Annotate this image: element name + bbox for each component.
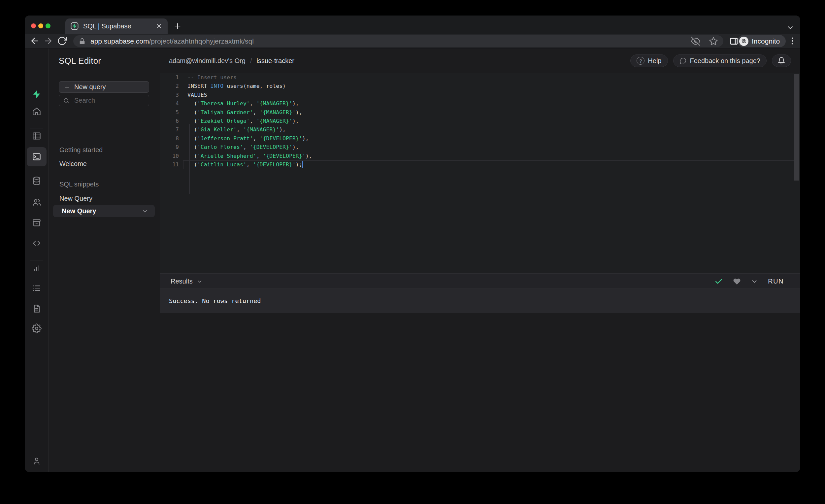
browser-toolbar: app.supabase.com/project/azahtnhqohyjerz… <box>25 34 800 49</box>
nav-account-icon[interactable] <box>32 456 42 466</box>
forward-icon[interactable] <box>43 36 53 46</box>
nav-table-editor-icon[interactable] <box>32 131 42 141</box>
active-snippet-item[interactable]: New Query <box>53 205 155 217</box>
back-icon[interactable] <box>30 36 40 46</box>
help-button[interactable]: ? Help <box>630 55 668 67</box>
breadcrumb-separator: / <box>250 57 252 65</box>
header-actions: ? Help Feedback on this page? <box>630 55 791 67</box>
close-icon[interactable] <box>156 23 162 29</box>
code-line-6: 6 ('Ezekiel Ortega', '{MANAGER}'), <box>160 117 800 126</box>
chevron-down-icon <box>197 279 203 285</box>
code-line-9: 9 ('Carlo Flores', '{DEVELOPER}'), <box>160 143 800 151</box>
menu-dots-icon[interactable] <box>788 36 797 46</box>
results-actions: RUN <box>715 274 784 289</box>
content-header: adam@windmill.dev's Org / issue-tracker … <box>160 49 800 73</box>
code-line-4: 4 ('Theresa Hurley', '{MANAGER}'), <box>160 99 800 108</box>
supabase-logo-icon[interactable] <box>32 89 42 99</box>
feedback-button[interactable]: Feedback on this page? <box>673 55 767 67</box>
results-output: Success. No rows returned <box>160 289 800 313</box>
reload-icon[interactable] <box>57 36 67 46</box>
new-tab-plus-icon[interactable] <box>173 22 182 30</box>
code-line-10: 10 ('Arielle Shepherd', '{DEVELOPER}'), <box>160 152 800 160</box>
help-label: Help <box>648 57 661 65</box>
supabase-app: SQL Editor New query Search Getting star… <box>25 49 800 472</box>
chevron-down-icon[interactable] <box>142 208 148 215</box>
run-button[interactable]: RUN <box>768 278 784 285</box>
browser-tab[interactable]: SQL | Supabase <box>65 18 168 34</box>
code-lines: 1-- Insert users2INSERT INTO users(name,… <box>160 73 800 169</box>
breadcrumb-org[interactable]: adam@windmill.dev's Org <box>169 57 245 65</box>
nav-auth-icon[interactable] <box>32 197 42 207</box>
nav-reports-icon[interactable] <box>32 263 42 273</box>
traffic-minimize-button[interactable] <box>38 23 43 28</box>
nav-logs-icon[interactable] <box>32 283 42 293</box>
notifications-button[interactable] <box>772 55 791 67</box>
traffic-close-button[interactable] <box>31 23 36 28</box>
panel-item-new-query[interactable]: New Query <box>59 195 92 202</box>
lock-icon[interactable] <box>79 38 86 45</box>
breadcrumb: adam@windmill.dev's Org / issue-tracker <box>169 49 294 73</box>
star-icon[interactable] <box>709 37 718 46</box>
active-snippet-label: New Query <box>62 207 142 215</box>
results-empty-area <box>160 313 800 472</box>
code-line-5: 5 ('Taliyah Gardner', '{MANAGER}'), <box>160 108 800 117</box>
nav-rail <box>25 49 49 472</box>
nav-database-icon[interactable] <box>32 176 42 186</box>
nav-edge-functions-icon[interactable] <box>32 238 42 248</box>
editor-scrollbar-thumb[interactable] <box>794 74 799 181</box>
page-title: SQL Editor <box>59 56 101 66</box>
url-bar[interactable]: app.supabase.com/project/azahtnhqohyjerz… <box>73 35 723 47</box>
browser-window: SQL | Supabase app.supabase.com/ <box>25 15 800 472</box>
nav-api-docs-icon[interactable] <box>32 304 42 313</box>
code-line-3: 3VALUES <box>160 91 800 99</box>
nav-settings-icon[interactable] <box>32 323 42 333</box>
search-icon <box>63 97 70 104</box>
panel-item-welcome[interactable]: Welcome <box>59 160 87 168</box>
code-editor[interactable]: 1-- Insert users2INSERT INTO users(name,… <box>160 73 800 273</box>
incognito-icon <box>739 37 748 46</box>
supabase-favicon <box>71 22 79 30</box>
url-text: app.supabase.com/project/azahtnhqohyjerz… <box>90 37 691 45</box>
code-line-1: 1-- Insert users <box>160 73 800 82</box>
tab-title: SQL | Supabase <box>83 22 156 30</box>
side-panel-icon[interactable] <box>729 37 739 46</box>
feedback-label: Feedback on this page? <box>690 57 761 65</box>
success-message: Success. No rows returned <box>169 297 261 304</box>
eye-off-icon[interactable] <box>691 37 700 46</box>
rail-divider <box>30 128 43 128</box>
search-placeholder: Search <box>74 97 95 104</box>
code-line-11: 11 ('Caitlin Lucas', '{DEVELOPER}'); <box>160 160 800 169</box>
rail-divider <box>30 174 43 174</box>
text-cursor <box>302 161 303 168</box>
nav-home-icon[interactable] <box>32 106 42 117</box>
new-query-button[interactable]: New query <box>59 81 149 93</box>
sql-editor-panel: SQL Editor New query Search Getting star… <box>49 49 160 472</box>
nav-storage-icon[interactable] <box>32 218 42 228</box>
incognito-badge: Incognito <box>738 35 786 47</box>
plus-icon <box>64 84 70 90</box>
results-dropdown[interactable]: Results <box>171 274 203 289</box>
incognito-label: Incognito <box>752 37 780 45</box>
chevron-down-icon[interactable] <box>751 278 758 285</box>
rail-divider <box>30 260 43 261</box>
results-toolbar: Results RUN <box>160 273 800 289</box>
chat-bubble-icon <box>679 57 687 64</box>
url-domain: app.supabase.com <box>90 37 149 45</box>
search-input[interactable]: Search <box>59 95 149 106</box>
main-content: adam@windmill.dev's Org / issue-tracker … <box>160 49 800 472</box>
success-check-icon <box>715 277 723 286</box>
tab-strip: SQL | Supabase <box>25 15 800 34</box>
panel-header: SQL Editor <box>49 49 160 73</box>
url-path: /project/azahtnhqohyjerzaxtmk/sql <box>149 37 254 45</box>
section-getting-started: Getting started <box>59 146 103 154</box>
results-label: Results <box>171 278 193 285</box>
traffic-zoom-button[interactable] <box>46 23 51 28</box>
nav-sql-editor-icon[interactable] <box>32 152 42 162</box>
bell-icon <box>777 57 785 65</box>
new-query-button-label: New query <box>74 83 106 91</box>
favorite-heart-icon[interactable] <box>733 278 741 286</box>
section-sql-snippets: SQL snippets <box>59 181 99 188</box>
code-line-7: 7 ('Gia Keller', '{MANAGER}'), <box>160 126 800 134</box>
breadcrumb-project[interactable]: issue-tracker <box>257 57 294 65</box>
tab-search-chevron-icon[interactable] <box>786 24 794 32</box>
